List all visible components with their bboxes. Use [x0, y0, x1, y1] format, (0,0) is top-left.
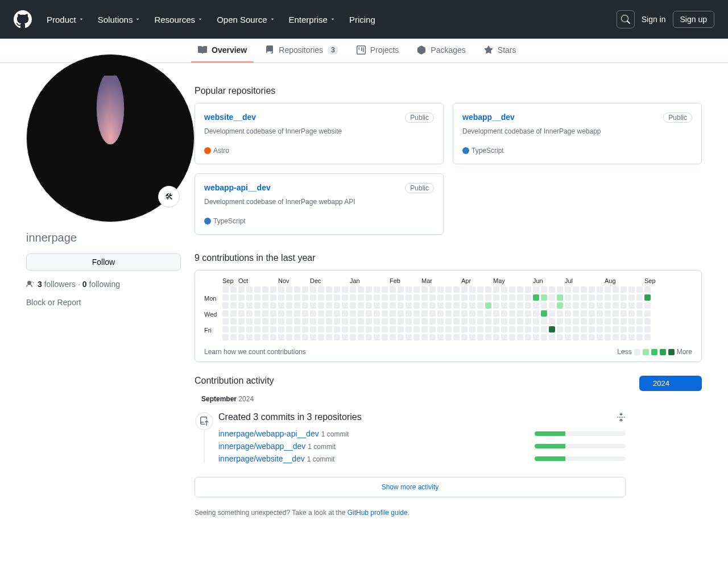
contrib-cell[interactable]	[437, 318, 444, 325]
contrib-cell[interactable]	[461, 294, 468, 301]
contrib-cell[interactable]	[278, 326, 284, 332]
contrib-cell[interactable]	[509, 334, 515, 340]
contrib-cell[interactable]	[493, 318, 499, 325]
contrib-cell[interactable]	[278, 302, 284, 309]
contrib-cell[interactable]	[398, 310, 404, 317]
contrib-cell[interactable]	[286, 318, 292, 325]
contrib-cell[interactable]	[294, 286, 300, 293]
contrib-cell[interactable]	[390, 302, 396, 309]
contrib-cell[interactable]	[644, 334, 651, 340]
contrib-cell[interactable]	[302, 326, 308, 332]
contrib-cell[interactable]	[485, 334, 491, 340]
contrib-cell[interactable]	[350, 286, 356, 293]
following-link[interactable]: 0 following	[82, 280, 120, 289]
contrib-cell[interactable]	[366, 326, 372, 332]
contrib-cell[interactable]	[238, 302, 245, 309]
contrib-cell[interactable]	[469, 310, 475, 317]
contrib-cell[interactable]	[541, 326, 547, 332]
contrib-cell[interactable]	[230, 334, 237, 340]
contrib-cell[interactable]	[597, 286, 603, 293]
contrib-cell[interactable]	[254, 294, 260, 301]
contrib-cell[interactable]	[230, 294, 237, 301]
contrib-cell[interactable]	[533, 318, 539, 325]
contrib-cell[interactable]	[358, 294, 364, 301]
contrib-cell[interactable]	[613, 294, 619, 301]
contrib-cell[interactable]	[342, 310, 348, 317]
contrib-cell[interactable]	[533, 302, 539, 309]
contrib-cell[interactable]	[366, 286, 372, 293]
contrib-cell[interactable]	[398, 334, 404, 340]
block-report-link[interactable]: Block or Report	[26, 298, 181, 307]
contrib-cell[interactable]	[493, 286, 499, 293]
contrib-cell[interactable]	[589, 318, 595, 325]
contrib-cell[interactable]	[581, 318, 587, 325]
contrib-cell[interactable]	[485, 326, 491, 332]
contrib-cell[interactable]	[230, 318, 237, 325]
contrib-cell[interactable]	[318, 326, 324, 332]
contrib-cell[interactable]	[437, 334, 444, 340]
contrib-cell[interactable]	[613, 302, 619, 309]
contrib-cell[interactable]	[342, 294, 348, 301]
tab-repositories[interactable]: Repositories3	[258, 39, 345, 63]
contrib-cell[interactable]	[493, 294, 499, 301]
repo-name-link[interactable]: webapp__dev	[462, 113, 515, 122]
contrib-cell[interactable]	[413, 294, 420, 301]
contrib-cell[interactable]	[644, 286, 651, 293]
contrib-cell[interactable]	[565, 326, 571, 332]
contrib-cell[interactable]	[421, 294, 428, 301]
contrib-cell[interactable]	[501, 318, 507, 325]
contrib-cell[interactable]	[644, 318, 651, 325]
contrib-cell[interactable]	[557, 310, 563, 317]
contrib-cell[interactable]	[429, 326, 436, 332]
contrib-cell[interactable]	[238, 286, 245, 293]
contrib-cell[interactable]	[374, 326, 380, 332]
nav-solutions[interactable]: Solutions	[92, 10, 147, 29]
learn-contributions-link[interactable]: Learn how we count contributions	[204, 348, 306, 356]
contrib-cell[interactable]	[262, 286, 268, 293]
contrib-cell[interactable]	[350, 310, 356, 317]
contrib-cell[interactable]	[278, 310, 284, 317]
repo-name-link[interactable]: webapp-api__dev	[204, 183, 271, 192]
contrib-cell[interactable]	[573, 286, 579, 293]
contrib-cell[interactable]	[597, 334, 603, 340]
contrib-cell[interactable]	[222, 286, 229, 293]
contrib-cell[interactable]	[406, 286, 412, 293]
contrib-cell[interactable]	[390, 294, 396, 301]
repo-name-link[interactable]: website__dev	[204, 113, 256, 122]
contrib-cell[interactable]	[509, 294, 515, 301]
contrib-cell[interactable]	[573, 334, 579, 340]
contrib-cell[interactable]	[557, 318, 563, 325]
contrib-cell[interactable]	[501, 286, 507, 293]
contrib-cell[interactable]	[374, 286, 380, 293]
contrib-cell[interactable]	[525, 318, 531, 325]
contrib-cell[interactable]	[366, 318, 372, 325]
contrib-cell[interactable]	[406, 334, 412, 340]
contrib-cell[interactable]	[493, 310, 499, 317]
contrib-cell[interactable]	[469, 318, 475, 325]
contrib-cell[interactable]	[350, 318, 356, 325]
contrib-cell[interactable]	[597, 318, 603, 325]
contrib-cell[interactable]	[238, 294, 245, 301]
contrib-cell[interactable]	[636, 286, 643, 293]
contrib-cell[interactable]	[581, 294, 587, 301]
contrib-cell[interactable]	[621, 302, 627, 309]
contrib-cell[interactable]	[541, 334, 547, 340]
contrib-cell[interactable]	[445, 286, 452, 293]
contrib-cell[interactable]	[390, 310, 396, 317]
contrib-cell[interactable]	[541, 310, 547, 317]
contrib-cell[interactable]	[525, 326, 531, 332]
nav-pricing[interactable]: Pricing	[344, 10, 381, 29]
contrib-cell[interactable]	[358, 286, 364, 293]
contrib-cell[interactable]	[278, 334, 284, 340]
contrib-cell[interactable]	[334, 286, 340, 293]
contrib-cell[interactable]	[605, 294, 611, 301]
contrib-cell[interactable]	[262, 310, 268, 317]
contrib-cell[interactable]	[429, 310, 436, 317]
contrib-cell[interactable]	[413, 302, 420, 309]
search-button[interactable]	[617, 10, 635, 28]
contrib-cell[interactable]	[294, 334, 300, 340]
contrib-cell[interactable]	[302, 318, 308, 325]
contrib-cell[interactable]	[589, 286, 595, 293]
contrib-cell[interactable]	[453, 334, 460, 340]
contrib-cell[interactable]	[262, 318, 268, 325]
